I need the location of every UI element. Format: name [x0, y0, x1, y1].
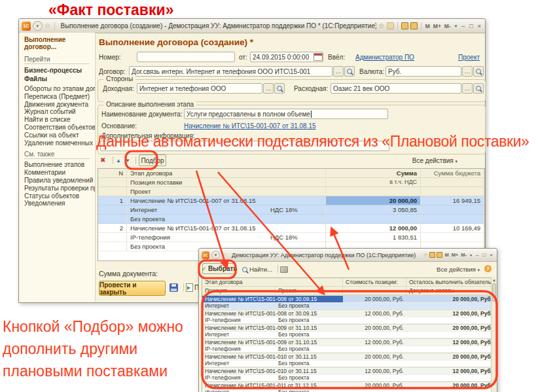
chevron-down-icon[interactable]: ▾	[469, 253, 473, 257]
table-row[interactable]: IP-телефония Без проекта	[202, 317, 495, 325]
expense-ellipsis-button[interactable]: …	[462, 83, 473, 94]
popup-titlebar[interactable]: 1С ▾ ☆ Демострация УУ: Администратор под…	[199, 249, 497, 262]
table-row[interactable]: IP-телефония Без проекта	[202, 346, 495, 353]
project-link[interactable]: Проект	[458, 54, 480, 61]
currency-ellipsis-button[interactable]: …	[462, 66, 473, 77]
main-menu-mplus-button[interactable]: M+	[433, 23, 442, 29]
number-input[interactable]	[137, 52, 235, 62]
table-row[interactable]: Начисление № ИТС\15-001-011 от 31.12.15 …	[202, 382, 495, 389]
sidebar-item[interactable]: Результаты проверки пра...	[24, 185, 95, 192]
contract-ellipsis-button[interactable]: …	[333, 66, 344, 77]
calendar-icon[interactable]	[314, 53, 323, 61]
table-row[interactable]: Интернет Без проекта	[202, 361, 495, 368]
table-row[interactable]: 2 Начисление № ИТС\15-001-007 от 31.08.1…	[98, 224, 484, 233]
table-row[interactable]: Начисление № ИТС\15-001-009 от 31.10.15 …	[202, 324, 495, 332]
table-row[interactable]: Начисление № ИТС\15-001-008 от 30.09.15 …	[202, 310, 495, 317]
sidebar-item[interactable]: Статусы объектов	[24, 192, 95, 200]
sidebar-item[interactable]: Ссылки на объект	[24, 132, 95, 139]
basis-link[interactable]: Начисление № ИТС\15-001-007 от 31.08.15	[184, 122, 316, 130]
expense-input[interactable]: Оазис 21 век ООО	[331, 83, 461, 94]
service-icon[interactable]	[387, 22, 394, 29]
table-row[interactable]: Интернет Без проекта	[202, 303, 495, 310]
save-icon[interactable]	[170, 283, 178, 292]
minimize-button[interactable]: –	[460, 23, 466, 29]
favorites-star-icon[interactable]: ☆	[45, 22, 51, 29]
scrollbar-thumb[interactable]	[492, 283, 496, 302]
all-actions-button[interactable]: Все действия ▾	[412, 157, 457, 164]
sidebar-item[interactable]: Выполнение этапов	[24, 161, 95, 169]
podbor-button[interactable]: Подбор	[139, 154, 166, 166]
move-down-icon[interactable]: ▼	[125, 158, 130, 164]
sidebar-item[interactable]: Обороты по этапам догов...	[24, 85, 95, 93]
sidebar-item[interactable]: Уведомления	[24, 200, 95, 207]
sidebar-item[interactable]: Файлы	[24, 75, 95, 83]
author-link[interactable]: Администратор ПО	[355, 54, 414, 61]
popup-all-actions-button[interactable]: Все действия ▾	[437, 266, 480, 273]
contract-search-button[interactable]	[344, 66, 355, 77]
close-button[interactable]: ×	[476, 23, 482, 29]
sidebar-item[interactable]: Переписка (Предмет)	[24, 93, 95, 101]
move-up-icon[interactable]: ▲	[116, 158, 121, 164]
maximize-button[interactable]: □	[468, 23, 474, 29]
table-row[interactable]: Начисление № ИТС\15-001-010 от 30.11.15 …	[202, 353, 495, 361]
table-row[interactable]: 1 Начисление № ИТС\15-001-007 от 31.08.1…	[98, 196, 484, 205]
table-row[interactable]: Интернет НДС 18% 3 050,85	[98, 205, 484, 215]
currency-search-button[interactable]	[473, 66, 484, 77]
main-titlebar[interactable]: 1С ▾ ☆ Выполнение договора (создание) - …	[19, 19, 485, 33]
post-document-icon[interactable]	[186, 283, 193, 292]
delete-row-icon[interactable]: ✖	[100, 156, 105, 164]
maximize-button[interactable]: □	[481, 252, 487, 258]
sidebar-item[interactable]: Бизнес-процессы	[24, 66, 95, 75]
income-ellipsis-button[interactable]: …	[263, 83, 274, 94]
select-button[interactable]: ✓ Выбрать	[202, 263, 236, 274]
date-input[interactable]: 24.09.2015 0:00:00	[250, 52, 323, 62]
income-search-button[interactable]	[274, 83, 285, 94]
sidebar-item[interactable]: Движения документа	[24, 101, 95, 109]
sidebar-item[interactable]: Удаление помеченных об...	[24, 139, 95, 147]
help-icon[interactable]: ?	[484, 265, 492, 272]
find-button[interactable]: Найти...	[242, 266, 272, 273]
table-row[interactable]: Без проекта	[98, 215, 484, 224]
extra-info-input[interactable]	[100, 141, 389, 151]
contract-input[interactable]: Дог.связь интерн. Интернет и телефония О…	[129, 66, 332, 77]
add-favorite-icon[interactable]: ☆	[423, 251, 428, 258]
sidebar-item[interactable]: Комментарии	[24, 169, 95, 177]
stages-table[interactable]: N Этап договора Сумма Сумма бюджета Пози…	[98, 168, 485, 261]
table-row[interactable]: Интернет Без проекта	[202, 389, 495, 392]
add-favorite-icon[interactable]: ☆	[378, 22, 385, 29]
doc-name-input[interactable]: Услуги предоставлены в полном объеме	[184, 109, 388, 119]
table-row[interactable]: IP-телефония Без проекта	[202, 375, 495, 382]
system-menu-icon[interactable]: ▾	[211, 251, 220, 259]
sidebar-item[interactable]: Соответствия объектов	[24, 124, 95, 132]
system-menu-icon[interactable]: ▾	[33, 21, 43, 31]
income-input[interactable]: Интернет и телефония ООО	[137, 83, 262, 94]
table-row[interactable]: Начисление № ИТС\15-001-008 от 30.09.15 …	[202, 295, 495, 303]
currency-input[interactable]: Руб.	[386, 66, 461, 77]
expense-search-button[interactable]	[473, 83, 484, 94]
main-menu-mminus-button[interactable]: M-	[444, 23, 452, 29]
main-menu-mplus-button[interactable]: M+	[451, 252, 459, 258]
sidebar-item[interactable]: Журнал событий	[24, 108, 95, 116]
main-menu-m-button[interactable]: M	[425, 23, 431, 29]
calendar-service-icon[interactable]	[401, 22, 408, 29]
favorites-star-icon[interactable]: ☆	[222, 251, 227, 258]
table-row[interactable]: IP-телефония НДС 18% 1 830,51	[98, 233, 484, 242]
calendar-service-icon[interactable]	[429, 252, 435, 258]
table-row[interactable]: Начисление № ИТС\15-001-009 от 31.10.15 …	[202, 338, 495, 346]
sidebar-item[interactable]: Найти в списке	[24, 116, 95, 124]
planned-deliveries-table[interactable]: Этап договора Стоимость позиции: Осталос…	[202, 277, 495, 392]
main-menu-mminus-button[interactable]: M-	[460, 252, 467, 258]
table-row[interactable]: Начисление № ИТС\15-001-010 от 30.11.15 …	[202, 367, 495, 375]
clear-filter-icon[interactable]	[280, 266, 288, 273]
vertical-scrollbar[interactable]: ▲	[491, 277, 497, 392]
close-button[interactable]: ×	[488, 252, 494, 258]
minimize-button[interactable]: –	[475, 252, 480, 258]
scroll-up-icon[interactable]: ▲	[492, 277, 497, 283]
calculator-service-icon[interactable]	[410, 22, 418, 29]
calculator-service-icon[interactable]	[437, 252, 442, 258]
chevron-down-icon[interactable]: ▾	[454, 24, 459, 29]
post-and-close-button[interactable]: Провести и закрыть	[99, 281, 166, 296]
table-row[interactable]: Интернет Без проекта	[202, 332, 495, 339]
sidebar-item[interactable]: Правила уведомлений	[24, 177, 95, 185]
main-menu-m-button[interactable]: M	[444, 252, 449, 258]
